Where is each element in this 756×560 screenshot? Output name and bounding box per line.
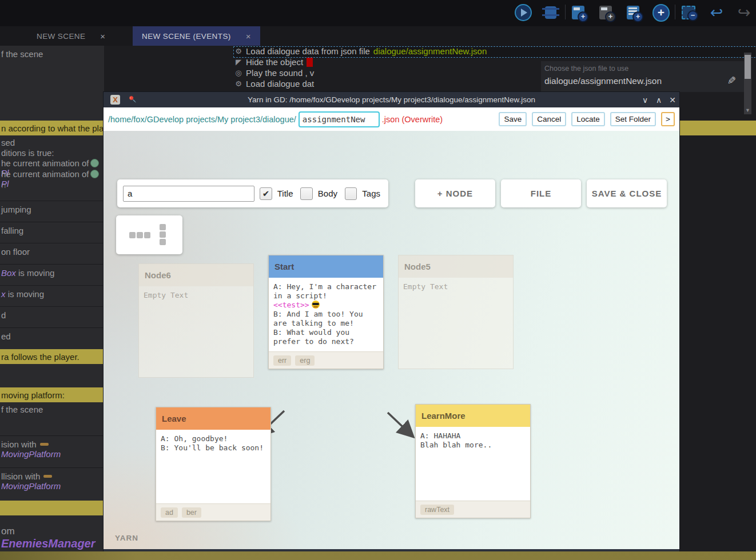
tab-close-icon[interactable]: × — [100, 31, 105, 41]
layout-dot — [137, 232, 143, 238]
tab-new-scene[interactable]: NEW SCENE × — [27, 26, 115, 46]
event-action-play-sound[interactable]: ◎ Play the sound , v — [234, 68, 314, 78]
deselect-icon[interactable]: − — [680, 4, 697, 21]
layout-dot — [144, 232, 150, 238]
yarn-node-leave[interactable]: Leave A: Oh, goodbye! B: You'll be back … — [156, 407, 271, 521]
add-comment-icon[interactable]: + — [624, 4, 642, 21]
event-text[interactable]: falling — [0, 222, 104, 243]
tags-checkbox-label: Tags — [362, 189, 380, 198]
add-new-icon[interactable]: + — [652, 4, 670, 21]
yarn-node-node5[interactable]: Node5 Empty Text — [398, 255, 514, 369]
node-title: Leave — [156, 407, 270, 430]
tag-chip[interactable]: err — [273, 355, 291, 366]
cancel-button[interactable]: Cancel — [532, 112, 566, 126]
comment-event[interactable] — [0, 501, 104, 515]
zoom-layout-widget[interactable] — [116, 215, 182, 254]
debug-icon[interactable] — [542, 4, 559, 21]
event-text[interactable]: f the scene — [0, 405, 104, 414]
overwrite-warning: .json (Overwrite) — [382, 115, 443, 124]
comment-event[interactable]: ra follows the player. — [0, 349, 104, 364]
layout-dot — [129, 232, 136, 238]
yarn-node-start[interactable]: Start A: Hey, I'm a character in a scrip… — [268, 255, 384, 369]
save-button[interactable]: Save — [499, 112, 527, 126]
tab-close-icon[interactable]: × — [246, 31, 251, 41]
event-condition[interactable]: llision withMovingPlatform — [0, 467, 104, 489]
event-condition[interactable]: om EnemiesManager — [0, 526, 104, 550]
toolbar-separator — [675, 5, 675, 19]
set-folder-button[interactable]: Set Folder — [610, 112, 656, 126]
play-icon[interactable] — [515, 4, 532, 21]
node-title: Node6 — [139, 264, 253, 286]
comment-event[interactable]: moving platform: — [0, 387, 104, 402]
title-checkbox[interactable]: ✔ — [260, 187, 272, 200]
title-checkbox-label: Title — [277, 189, 293, 198]
bottom-comment-bar — [0, 551, 756, 560]
scrollbar-down-icon[interactable]: ▼ — [744, 107, 751, 113]
locate-button[interactable]: Locate — [571, 112, 605, 126]
tab-new-scene-events[interactable]: NEW SCENE (EVENTS) × — [133, 26, 260, 46]
undo-icon[interactable]: ↩ — [708, 4, 725, 21]
event-text[interactable]: n — [0, 180, 104, 190]
events-scrollbar[interactable]: ▼ — [744, 53, 751, 114]
json-file-link[interactable]: dialogue/assignmentNew.json — [373, 46, 487, 56]
node-title: Start — [269, 255, 383, 278]
tab-label: NEW SCENE (EVENTS) — [142, 32, 231, 41]
file-menu-button[interactable]: FILE — [501, 179, 581, 207]
search-input[interactable] — [123, 186, 254, 202]
edit-pencil-icon[interactable]: ✎ — [725, 76, 738, 85]
event-condition[interactable]: Box is moving — [0, 264, 104, 285]
search-panel: ✔ Title Body Tags — [117, 179, 388, 207]
yarn-canvas[interactable]: ✔ Title Body Tags + NODE FILE SAVE & CLO… — [104, 131, 679, 549]
event-text[interactable]: sed — [0, 138, 104, 147]
event-text[interactable]: on floor — [0, 243, 104, 264]
node-tags: rawText — [416, 501, 530, 518]
layout-dot — [160, 239, 166, 245]
event-text[interactable]: jumping — [0, 201, 104, 222]
yarn-command: <<test>> — [273, 301, 309, 309]
yarn-node-learnmore[interactable]: LearnMore A: HAHAHA Blah blah more.. raw… — [415, 404, 531, 518]
event-text[interactable]: d — [0, 306, 104, 327]
window-unshade-icon[interactable]: ∧ — [652, 95, 666, 105]
event-text[interactable]: ditions is true: — [0, 148, 104, 158]
event-condition[interactable]: ision withMovingPlatform — [0, 435, 104, 457]
yarn-node-node6[interactable]: Node6 Empty Text — [138, 263, 254, 378]
platform-object-icon — [40, 443, 49, 446]
tags-checkbox[interactable] — [345, 187, 357, 200]
tag-chip[interactable]: ad — [161, 507, 178, 518]
event-text[interactable]: ed — [0, 327, 104, 349]
node-tags: err erg — [269, 351, 383, 369]
scrollbar-thumb[interactable] — [745, 55, 751, 79]
body-checkbox[interactable] — [300, 187, 312, 200]
tag-chip[interactable]: erg — [295, 355, 315, 366]
add-node-button[interactable]: + NODE — [415, 179, 495, 207]
event-action-hide-object[interactable]: ◤ Hide the object — [234, 57, 313, 67]
tag-chip[interactable]: ber — [182, 507, 201, 518]
redo-icon[interactable]: ↪ — [735, 4, 753, 21]
node-body: Empty Text — [139, 286, 253, 377]
save-close-button[interactable]: SAVE & CLOSE — [587, 179, 667, 207]
sunglasses-emoji-icon — [312, 301, 320, 309]
node-body: Empty Text — [399, 278, 513, 369]
node-tags: ad ber — [156, 503, 270, 521]
more-button[interactable]: > — [661, 112, 675, 126]
file-path-bar: /home/fox/GDevelop projects/My project3/… — [104, 107, 679, 131]
event-action-load-dialogue-2[interactable]: ⚙ Load dialogue dat — [234, 79, 314, 89]
path-prefix: /home/fox/GDevelop projects/My project3/… — [108, 115, 296, 124]
event-text[interactable]: f the scene — [0, 49, 104, 59]
flag-icon: ◤ — [234, 58, 242, 66]
event-condition[interactable]: x is moving — [0, 285, 104, 306]
player-object-icon — [90, 170, 99, 178]
filename-input[interactable] — [299, 111, 380, 127]
event-action-load-dialogue[interactable]: ⚙ Load dialogue data from json file dial… — [234, 46, 487, 56]
window-close-icon[interactable]: ✕ — [666, 95, 679, 105]
dialog-titlebar[interactable]: Yarn in GD: /home/fox/GDevelop projects/… — [104, 92, 679, 107]
tag-chip[interactable]: rawText — [420, 505, 454, 515]
player-object-icon — [90, 159, 99, 167]
window-shade-icon[interactable]: ∨ — [638, 95, 652, 105]
speaker-icon: ◎ — [234, 69, 242, 77]
platform-object-icon — [43, 475, 52, 478]
add-event-icon[interactable]: + — [570, 4, 587, 21]
parameter-value[interactable]: dialogue/assignmentNew.json — [544, 76, 662, 86]
add-subevent-icon[interactable]: + — [597, 4, 614, 21]
gear-icon: ⚙ — [234, 47, 242, 55]
